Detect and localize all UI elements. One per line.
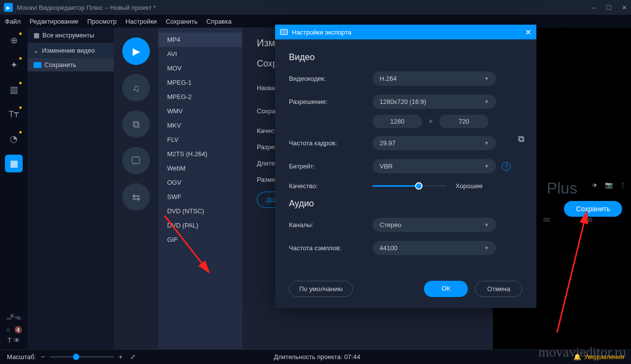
format-item[interactable]: DVD (NTSC) — [158, 204, 242, 218]
format-item[interactable]: MP4 — [158, 33, 242, 47]
format-item[interactable]: M2TS (H.264) — [158, 147, 242, 161]
link-aspect-icon[interactable]: ⧉ — [518, 134, 525, 144]
snapshot-icon[interactable]: 📷 — [605, 181, 613, 189]
ruler-tick-label: 1:00 — [582, 217, 592, 223]
minimize-icon[interactable]: ─ — [592, 4, 596, 11]
resolution-select[interactable]: 1280x720 (16:9)▼ — [373, 95, 496, 109]
export-audio-icon[interactable]: ♫ — [122, 74, 150, 101]
format-item[interactable]: OGV — [158, 175, 242, 190]
track-eye-icon[interactable]: 👁 — [16, 315, 22, 322]
project-duration: Длительность проекта: 07:44 — [274, 353, 360, 361]
bitrate-value: VBR — [380, 163, 393, 170]
chevron-down-icon: ▼ — [484, 99, 489, 104]
format-item[interactable]: GIF — [158, 232, 242, 247]
channels-value: Стерео — [380, 221, 401, 229]
modal-body: Видео Видеокодек: H.264▼ Разрешение: 128… — [275, 39, 536, 273]
save-button[interactable]: Сохранить — [564, 201, 622, 217]
quality-slider[interactable] — [373, 185, 447, 187]
export-devices-icon[interactable]: ⧉ — [122, 110, 150, 138]
window-controls: ─ ☐ ✕ — [592, 4, 627, 11]
format-item[interactable]: DVD (PAL) — [158, 218, 242, 232]
modal-title-text: Настройки экспорта — [292, 29, 351, 36]
titlebar: ▶ Movavi Видеоредактор Плюс – Новый прое… — [0, 0, 631, 15]
menu-settings[interactable]: Настройки — [125, 18, 157, 25]
menu-save[interactable]: Сохранить — [166, 18, 198, 25]
close-icon[interactable]: ✕ — [622, 4, 627, 11]
height-input[interactable]: 720 — [439, 115, 489, 128]
codec-select[interactable]: H.264▼ — [373, 71, 496, 86]
zoom-label: Масштаб: — [7, 353, 36, 361]
preview-watermark: Plus — [547, 179, 577, 198]
format-item[interactable]: MPEG-2 — [158, 90, 242, 104]
format-item[interactable]: MPEG-1 — [158, 75, 242, 90]
format-item[interactable]: WMV — [158, 104, 242, 118]
menu-edit[interactable]: Редактирование — [30, 18, 78, 25]
tool-add-icon[interactable]: ⊕ — [5, 32, 23, 49]
modal-titlebar: Настройки экспорта ✕ — [275, 25, 536, 39]
bitrate-label: Битрейт: — [289, 163, 373, 170]
modal-close-icon[interactable]: ✕ — [525, 28, 531, 37]
format-item[interactable]: FLV — [158, 132, 242, 147]
volume-icon[interactable]: 🕩 — [592, 181, 598, 189]
help-icon[interactable]: ? — [502, 162, 511, 171]
tool-text-icon[interactable]: Tᴛ — [5, 105, 23, 123]
video-heading: Видео — [289, 52, 523, 63]
format-item[interactable]: AVI — [158, 47, 242, 61]
menu-file[interactable]: Файл — [5, 18, 21, 25]
resolution-label: Разрешение: — [289, 98, 373, 105]
export-share-icon[interactable]: ⇆ — [122, 183, 150, 211]
format-item[interactable]: WebM — [158, 161, 242, 175]
track-mute-icon[interactable]: 🔇 — [14, 326, 22, 333]
duration-value: 07:44 — [344, 353, 360, 361]
track-link-icon[interactable]: ⫘ — [5, 315, 12, 322]
notifications[interactable]: 🔔 Уведомления — [573, 353, 624, 361]
timeline-ruler[interactable]: :00 1:00 — [532, 217, 631, 227]
sidepanel-change-video-label: Изменение видео — [42, 47, 95, 54]
zoom-fit-icon[interactable]: ⤢ — [130, 353, 136, 361]
zoom-in-icon[interactable]: + — [119, 353, 123, 361]
duration-label: Длительность проекта: — [274, 353, 342, 361]
chevron-down-icon: ▼ — [484, 222, 489, 228]
fps-value: 29.97 — [380, 139, 396, 147]
preview-toolbar: 🕩 📷 ⋮ — [592, 181, 626, 189]
format-item[interactable]: MKV — [158, 118, 242, 132]
sample-select[interactable]: 44100▼ — [373, 241, 496, 255]
more-icon[interactable]: ⋮ — [620, 181, 626, 189]
modal-icon — [280, 29, 288, 35]
tool-sticker-icon[interactable]: ◔ — [5, 130, 23, 148]
quality-text: Хорошее — [456, 182, 483, 190]
audio-heading: Аудио — [289, 199, 523, 209]
width-input[interactable]: 1280 — [373, 115, 422, 128]
resolution-value: 1280x720 (16:9) — [380, 98, 426, 105]
tool-filter-icon[interactable]: ▥ — [5, 81, 23, 99]
statusbar: Масштаб: − + ⤢ Длительность проекта: 07:… — [0, 349, 631, 364]
sidepanel-change-video[interactable]: ⌄ Изменение видео — [28, 43, 114, 58]
bell-icon: 🔔 — [573, 353, 581, 361]
menu-help[interactable]: Справка — [207, 18, 232, 25]
export-tv-icon[interactable]: 🖵 — [122, 147, 150, 174]
channels-select[interactable]: Стерео▼ — [373, 218, 496, 232]
fps-label: Частота кадров: — [289, 139, 373, 147]
menu-view[interactable]: Просмотр — [87, 18, 116, 25]
tool-apps-icon[interactable]: ▦ — [5, 155, 23, 172]
ok-button[interactable]: ОК — [424, 281, 468, 297]
cancel-button[interactable]: Отмена — [475, 281, 523, 297]
zoom-out-icon[interactable]: − — [41, 353, 45, 361]
bitrate-select[interactable]: VBR▼ — [373, 159, 496, 173]
sidepanel-save[interactable]: Сохранить — [28, 58, 114, 71]
zoom-slider[interactable] — [50, 356, 114, 358]
fps-select[interactable]: 29.97▼ — [373, 136, 496, 150]
camera-icon — [34, 62, 41, 68]
maximize-icon[interactable]: ☐ — [606, 4, 612, 11]
notifications-label: Уведомления — [584, 353, 624, 361]
format-item[interactable]: SWF — [158, 190, 242, 204]
format-item[interactable]: MOV — [158, 61, 242, 75]
quality-slider-label: Качество: — [289, 182, 373, 190]
sidepanel-all-tools[interactable]: ▦ Все инструменты — [28, 28, 114, 43]
codec-value: H.264 — [380, 75, 397, 82]
export-category-strip: ▶ ♫ ⧉ 🖵 ⇆ — [114, 28, 158, 349]
export-video-icon[interactable]: ▶ — [122, 37, 150, 65]
tool-magic-icon[interactable]: ✦ — [5, 56, 23, 74]
track-audio-icon[interactable]: ♫ — [5, 326, 10, 333]
default-button[interactable]: По умолчанию — [289, 281, 353, 297]
